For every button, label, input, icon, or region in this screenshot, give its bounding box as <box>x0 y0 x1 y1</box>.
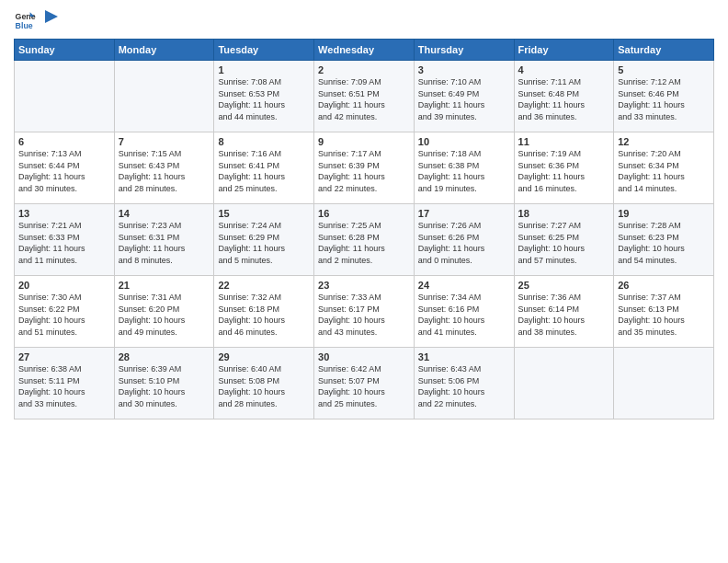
logo: General Blue <box>14 9 60 31</box>
calendar-cell: 13Sunrise: 7:21 AM Sunset: 6:33 PM Dayli… <box>15 204 115 276</box>
calendar-cell: 29Sunrise: 6:40 AM Sunset: 5:08 PM Dayli… <box>214 348 314 419</box>
calendar-cell: 9Sunrise: 7:17 AM Sunset: 6:39 PM Daylig… <box>314 132 415 204</box>
calendar-cell: 4Sunrise: 7:11 AM Sunset: 6:48 PM Daylig… <box>514 61 614 132</box>
weekday-header: Sunday <box>15 40 115 61</box>
day-info: Sunrise: 7:26 AM Sunset: 6:26 PM Dayligh… <box>418 220 510 266</box>
weekday-header: Tuesday <box>214 40 314 61</box>
calendar-row: 27Sunrise: 6:38 AM Sunset: 5:11 PM Dayli… <box>15 348 714 419</box>
day-info: Sunrise: 7:11 AM Sunset: 6:48 PM Dayligh… <box>518 76 610 122</box>
day-info: Sunrise: 7:12 AM Sunset: 6:46 PM Dayligh… <box>618 76 710 122</box>
day-info: Sunrise: 7:16 AM Sunset: 6:41 PM Dayligh… <box>218 148 310 194</box>
calendar-cell: 6Sunrise: 7:13 AM Sunset: 6:44 PM Daylig… <box>15 132 115 204</box>
calendar-cell <box>15 61 115 132</box>
day-info: Sunrise: 7:24 AM Sunset: 6:29 PM Dayligh… <box>218 220 310 266</box>
calendar-cell: 24Sunrise: 7:34 AM Sunset: 6:16 PM Dayli… <box>414 276 514 348</box>
day-info: Sunrise: 6:39 AM Sunset: 5:10 PM Dayligh… <box>119 363 210 409</box>
day-number: 10 <box>418 136 510 147</box>
weekday-header: Thursday <box>414 40 514 61</box>
day-number: 26 <box>618 280 710 291</box>
day-number: 3 <box>418 64 510 75</box>
calendar-cell: 18Sunrise: 7:27 AM Sunset: 6:25 PM Dayli… <box>514 204 614 276</box>
day-info: Sunrise: 7:21 AM Sunset: 6:33 PM Dayligh… <box>18 220 110 266</box>
day-number: 25 <box>518 280 610 291</box>
calendar-row: 20Sunrise: 7:30 AM Sunset: 6:22 PM Dayli… <box>15 276 714 348</box>
calendar-row: 6Sunrise: 7:13 AM Sunset: 6:44 PM Daylig… <box>15 132 714 204</box>
day-info: Sunrise: 7:10 AM Sunset: 6:49 PM Dayligh… <box>418 76 510 122</box>
header: General Blue <box>14 9 714 31</box>
calendar-cell: 19Sunrise: 7:28 AM Sunset: 6:23 PM Dayli… <box>614 204 714 276</box>
day-info: Sunrise: 7:13 AM Sunset: 6:44 PM Dayligh… <box>18 148 110 194</box>
weekday-header: Friday <box>514 40 614 61</box>
calendar-body: 1Sunrise: 7:08 AM Sunset: 6:53 PM Daylig… <box>15 61 714 419</box>
logo-flag-icon <box>43 8 60 25</box>
day-info: Sunrise: 7:32 AM Sunset: 6:18 PM Dayligh… <box>218 292 310 338</box>
calendar-cell: 22Sunrise: 7:32 AM Sunset: 6:18 PM Dayli… <box>214 276 314 348</box>
calendar-cell: 12Sunrise: 7:20 AM Sunset: 6:34 PM Dayli… <box>614 132 714 204</box>
day-number: 7 <box>119 136 210 147</box>
day-info: Sunrise: 7:19 AM Sunset: 6:36 PM Dayligh… <box>518 148 610 194</box>
day-info: Sunrise: 7:33 AM Sunset: 6:17 PM Dayligh… <box>318 292 410 338</box>
day-info: Sunrise: 6:42 AM Sunset: 5:07 PM Dayligh… <box>318 363 410 409</box>
svg-marker-3 <box>45 10 58 23</box>
day-info: Sunrise: 7:36 AM Sunset: 6:14 PM Dayligh… <box>518 292 610 338</box>
day-info: Sunrise: 7:08 AM Sunset: 6:53 PM Dayligh… <box>218 76 310 122</box>
day-number: 21 <box>119 280 210 291</box>
day-info: Sunrise: 7:18 AM Sunset: 6:38 PM Dayligh… <box>418 148 510 194</box>
day-info: Sunrise: 7:28 AM Sunset: 6:23 PM Dayligh… <box>618 220 710 266</box>
day-info: Sunrise: 7:37 AM Sunset: 6:13 PM Dayligh… <box>618 292 710 338</box>
weekday-header: Saturday <box>614 40 714 61</box>
calendar-cell: 30Sunrise: 6:42 AM Sunset: 5:07 PM Dayli… <box>314 348 415 419</box>
page-container: General Blue SundayMondayTuesdayWednesda… <box>0 0 728 429</box>
day-info: Sunrise: 7:20 AM Sunset: 6:34 PM Dayligh… <box>618 148 710 194</box>
day-number: 24 <box>418 280 510 291</box>
day-number: 30 <box>318 351 410 362</box>
day-number: 5 <box>618 64 710 75</box>
day-number: 11 <box>518 136 610 147</box>
day-info: Sunrise: 6:43 AM Sunset: 5:06 PM Dayligh… <box>418 363 510 409</box>
day-number: 31 <box>418 351 510 362</box>
day-number: 1 <box>218 64 310 75</box>
calendar-cell <box>614 348 714 419</box>
day-info: Sunrise: 7:09 AM Sunset: 6:51 PM Dayligh… <box>318 76 410 122</box>
calendar-cell: 25Sunrise: 7:36 AM Sunset: 6:14 PM Dayli… <box>514 276 614 348</box>
calendar-cell <box>514 348 614 419</box>
day-info: Sunrise: 7:15 AM Sunset: 6:43 PM Dayligh… <box>119 148 210 194</box>
calendar-row: 13Sunrise: 7:21 AM Sunset: 6:33 PM Dayli… <box>15 204 714 276</box>
weekday-header: Monday <box>114 40 214 61</box>
day-info: Sunrise: 7:31 AM Sunset: 6:20 PM Dayligh… <box>119 292 210 338</box>
day-number: 8 <box>218 136 310 147</box>
logo-icon: General Blue <box>14 9 36 31</box>
calendar-cell: 17Sunrise: 7:26 AM Sunset: 6:26 PM Dayli… <box>414 204 514 276</box>
day-number: 15 <box>218 208 310 219</box>
day-info: Sunrise: 7:25 AM Sunset: 6:28 PM Dayligh… <box>318 220 410 266</box>
calendar-cell: 16Sunrise: 7:25 AM Sunset: 6:28 PM Dayli… <box>314 204 415 276</box>
svg-text:Blue: Blue <box>16 21 33 30</box>
calendar-cell: 27Sunrise: 6:38 AM Sunset: 5:11 PM Dayli… <box>15 348 115 419</box>
day-number: 27 <box>18 351 110 362</box>
day-info: Sunrise: 7:30 AM Sunset: 6:22 PM Dayligh… <box>18 292 110 338</box>
calendar-cell: 31Sunrise: 6:43 AM Sunset: 5:06 PM Dayli… <box>414 348 514 419</box>
calendar-cell: 15Sunrise: 7:24 AM Sunset: 6:29 PM Dayli… <box>214 204 314 276</box>
day-info: Sunrise: 7:23 AM Sunset: 6:31 PM Dayligh… <box>119 220 210 266</box>
calendar-cell: 23Sunrise: 7:33 AM Sunset: 6:17 PM Dayli… <box>314 276 415 348</box>
day-number: 13 <box>18 208 110 219</box>
calendar-cell: 8Sunrise: 7:16 AM Sunset: 6:41 PM Daylig… <box>214 132 314 204</box>
day-number: 14 <box>119 208 210 219</box>
day-info: Sunrise: 6:38 AM Sunset: 5:11 PM Dayligh… <box>18 363 110 409</box>
calendar-cell: 7Sunrise: 7:15 AM Sunset: 6:43 PM Daylig… <box>114 132 214 204</box>
day-info: Sunrise: 7:27 AM Sunset: 6:25 PM Dayligh… <box>518 220 610 266</box>
day-number: 23 <box>318 280 410 291</box>
day-info: Sunrise: 7:17 AM Sunset: 6:39 PM Dayligh… <box>318 148 410 194</box>
day-number: 19 <box>618 208 710 219</box>
weekday-header: Wednesday <box>314 40 415 61</box>
calendar-row: 1Sunrise: 7:08 AM Sunset: 6:53 PM Daylig… <box>15 61 714 132</box>
weekday-row: SundayMondayTuesdayWednesdayThursdayFrid… <box>15 40 714 61</box>
calendar-cell: 14Sunrise: 7:23 AM Sunset: 6:31 PM Dayli… <box>114 204 214 276</box>
day-number: 18 <box>518 208 610 219</box>
day-number: 16 <box>318 208 410 219</box>
calendar-header: SundayMondayTuesdayWednesdayThursdayFrid… <box>15 40 714 61</box>
day-number: 12 <box>618 136 710 147</box>
day-number: 20 <box>18 280 110 291</box>
day-number: 6 <box>18 136 110 147</box>
svg-text:General: General <box>16 12 36 21</box>
